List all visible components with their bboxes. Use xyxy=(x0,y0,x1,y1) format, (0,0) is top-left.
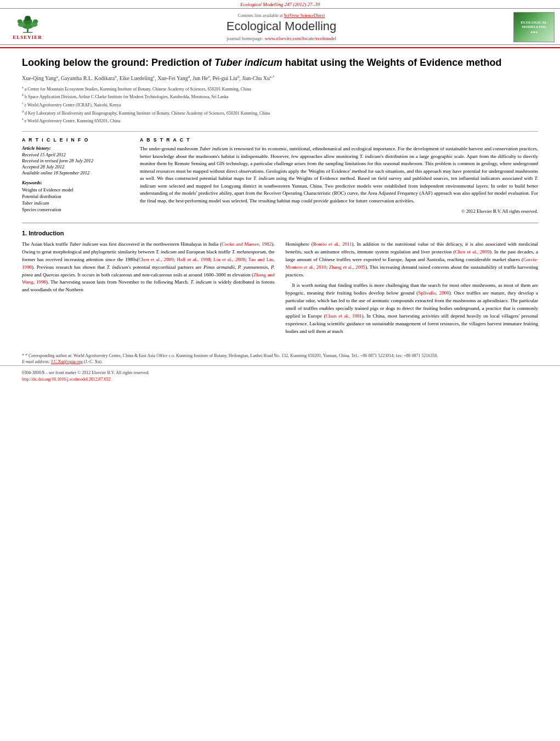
copyright-line: © 2012 Elsevier B.V. All rights reserved… xyxy=(140,208,538,215)
citation-liu[interactable]: Liu et al., 2008 xyxy=(213,257,245,262)
body-para-2: Hemisphere (Bonito et al., 2011). In add… xyxy=(286,241,539,279)
body-text-left: The Asian black truffle Tuber indicum wa… xyxy=(22,241,275,295)
citation-zhang1990[interactable]: Zhang and Wang, 1990 xyxy=(22,272,275,285)
svg-rect-0 xyxy=(27,29,29,32)
elsevier-tree-icon xyxy=(13,14,43,33)
elsevier-text: ELSEVIER xyxy=(13,35,42,40)
keywords-title: Keywords: xyxy=(22,180,129,185)
citation-hall[interactable]: Hall et al., 1998 xyxy=(177,257,211,262)
article-info-col: A R T I C L E I N F O Article history: R… xyxy=(22,137,129,215)
abstract-text: The under-ground mushroom Tuber indicum … xyxy=(140,145,538,215)
affiliation-b: b b Space Application Division, Arthur C… xyxy=(22,93,538,100)
citation-bonito[interactable]: Bonito et al., 2011 xyxy=(313,241,352,247)
section-divider xyxy=(22,131,538,132)
page-footer: 0304-3800/$ – see front matter © 2012 El… xyxy=(0,365,560,386)
citation-chen2009b[interactable]: Chen et al., 2009 xyxy=(455,249,490,254)
doi-link[interactable]: http://dx.doi.org/10.1016/j.ecolmodel.20… xyxy=(22,377,111,382)
revised-date: Received in revised form 28 July 2012 xyxy=(22,158,129,163)
body-para-3: It is worth noting that finding truffles… xyxy=(286,282,539,336)
available-date: Available online 18 September 2012 xyxy=(22,170,129,176)
journal-title: Ecological Modelling xyxy=(49,19,513,33)
journal-header: Ecological Modelling 247 (2012) 27–39 xyxy=(0,0,560,48)
citation-splivallo[interactable]: Splivallo, 2008 xyxy=(418,290,449,296)
keywords-section: Keywords: Weights of Evidence model Pote… xyxy=(22,180,129,212)
elsevier-logo: ELSEVIER xyxy=(5,14,49,41)
abstract-header: A B S T R A C T xyxy=(140,137,538,143)
body-col-left: The Asian black truffle Tuber indicum wa… xyxy=(22,241,275,339)
article-title: Looking below the ground: Prediction of … xyxy=(22,56,538,69)
contents-note: Contents lists available at SciVerse Sci… xyxy=(49,13,513,18)
affiliation-a: a a Centre for Mountain Ecosystem Studie… xyxy=(22,85,538,93)
history-title: Article history: xyxy=(22,145,129,151)
journal-thumbnail: ECOLOGICAL MODELLING ■ ■ ■ xyxy=(513,12,555,42)
main-content: Looking below the ground: Prediction of … xyxy=(0,48,560,350)
journal-homepage: journal homepage: www.elsevier.com/locat… xyxy=(49,36,513,41)
keyword-3: Tuber indicum xyxy=(22,200,129,206)
abstract-col: A B S T R A C T The under-ground mushroo… xyxy=(140,137,538,215)
body-divider xyxy=(22,223,538,223)
doi-line: http://dx.doi.org/10.1016/j.ecolmodel.20… xyxy=(22,377,538,382)
body-para-1: The Asian black truffle Tuber indicum wa… xyxy=(22,241,275,295)
corresponding-note: * * Corresponding author at: World Agrof… xyxy=(22,353,538,358)
journal-title-center: Contents lists available at SciVerse Sci… xyxy=(49,13,513,41)
homepage-link[interactable]: www.elsevier.com/locate/ecolmodel xyxy=(265,36,336,41)
body-text-right: Hemisphere (Bonito et al., 2011). In add… xyxy=(286,241,539,336)
journal-banner: ELSEVIER Contents lists available at Sci… xyxy=(0,8,560,45)
body-col-right: Hemisphere (Bonito et al., 2011). In add… xyxy=(286,241,539,339)
citation-cooke[interactable]: Cooke and Massee, 1982 xyxy=(222,241,271,247)
citation-claus[interactable]: Claus et al., 1981 xyxy=(325,313,361,319)
keyword-4: Species conservation xyxy=(22,207,129,212)
article-history: Article history: Received 15 April 2012 … xyxy=(22,145,129,176)
journal-top-bar: Ecological Modelling 247 (2012) 27–39 xyxy=(0,0,560,8)
article-info-header: A R T I C L E I N F O xyxy=(22,137,129,143)
email-line: E-mail address: J.C.Xu@cgiar.org (J.-C. … xyxy=(22,359,538,364)
citation-garcia[interactable]: García-Montero et al., 2010 xyxy=(286,257,539,270)
journal-citation: Ecological Modelling 247 (2012) 27–39 xyxy=(240,2,320,7)
affiliations: a a Centre for Mountain Ecosystem Studie… xyxy=(22,85,538,125)
affiliation-c: c c World Agroforestry Centre (ICRAF), N… xyxy=(22,101,538,109)
accepted-date: Accepted 28 July 2012 xyxy=(22,164,129,169)
affiliation-d: d d Key Laboratory of Biodiversity and B… xyxy=(22,109,538,117)
footnote-section: * * Corresponding author at: World Agrof… xyxy=(0,353,560,364)
abstract-paragraph: The under-ground mushroom Tuber indicum … xyxy=(140,145,538,205)
affiliation-e: e e World Agroforestry Centre, Kunming 6… xyxy=(22,117,538,125)
body-two-col: The Asian black truffle Tuber indicum wa… xyxy=(22,241,538,339)
keyword-1: Weights of Evidence model xyxy=(22,187,129,193)
authors: Xue-Qing Yanga, Gayantha R.L. Kodikarab,… xyxy=(22,75,538,81)
info-abstract-row: A R T I C L E I N F O Article history: R… xyxy=(22,137,538,215)
svg-point-4 xyxy=(24,16,30,21)
section1-title: 1. Introduction xyxy=(22,230,538,236)
email-link[interactable]: J.C.Xu@cgiar.org xyxy=(51,359,83,364)
svg-point-6 xyxy=(17,19,22,23)
svg-point-8 xyxy=(33,19,38,23)
citation-chen2009[interactable]: Chen et al., 2009 xyxy=(138,257,173,262)
issn-line: 0304-3800/$ – see front matter © 2012 El… xyxy=(22,370,538,375)
sciverse-link[interactable]: SciVerse ScienceDirect xyxy=(284,13,325,18)
citation-zhang2005[interactable]: Zhang et al., 2005 xyxy=(329,264,365,270)
keyword-2: Potential distribution xyxy=(22,194,129,199)
received-date: Received 15 April 2012 xyxy=(22,152,129,157)
